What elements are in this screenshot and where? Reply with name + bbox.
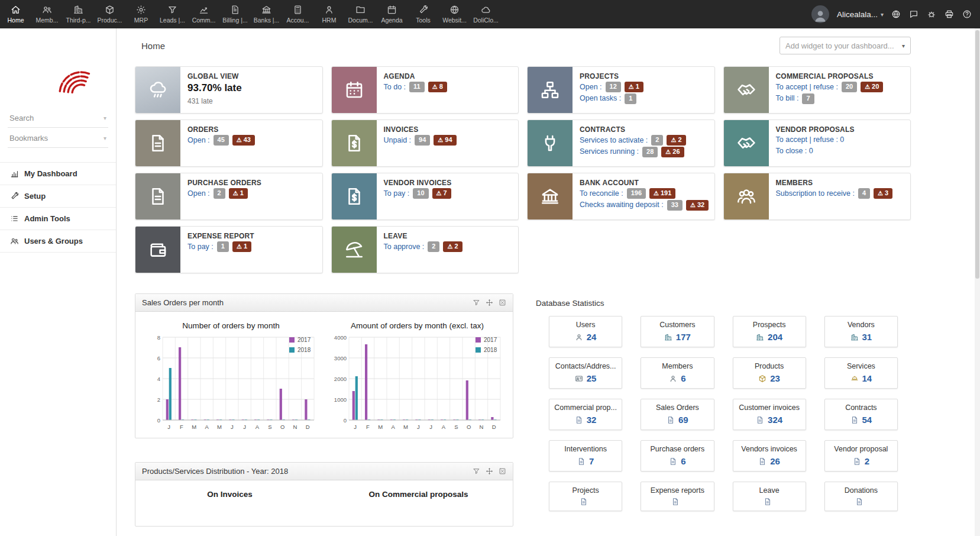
widget-commercial-proposals[interactable]: COMMERCIAL PROPOSALSTo accept | refuse :… (723, 66, 911, 114)
widget-line-text[interactable]: Services to activate : (580, 135, 648, 146)
topbar-item-home[interactable]: Home (0, 0, 31, 28)
widget-line-text[interactable]: To approve : (384, 242, 425, 252)
stat-customer-invoices[interactable]: Customer invoices324 (733, 399, 806, 430)
warning-badge[interactable]: ⚠20 (861, 82, 883, 92)
sidebar-item-setup[interactable]: Setup (0, 185, 116, 207)
stat-vendors[interactable]: Vendors31 (824, 316, 898, 347)
count-badge[interactable]: 7 (802, 93, 814, 104)
count-badge[interactable]: 2 (214, 188, 225, 199)
widget-line-text[interactable]: Services running : (580, 147, 639, 157)
stat-members[interactable]: Members6 (641, 357, 714, 389)
stat-sales-orders[interactable]: Sales Orders69 (641, 399, 714, 430)
topbar-item-accou[interactable]: Accou... (282, 0, 313, 28)
count-badge[interactable]: 4 (858, 188, 870, 199)
widget-line-text[interactable]: Open : (580, 82, 602, 92)
stat-leave[interactable]: Leave (733, 482, 806, 511)
topbar-item-hrm[interactable]: HRM (313, 0, 345, 28)
sidebar-item-my-dashboard[interactable]: My Dashboard (0, 162, 116, 185)
count-badge[interactable]: 12 (606, 82, 621, 92)
topbar-item-memb[interactable]: Memb... (31, 0, 63, 28)
sidebar-item-users-groups[interactable]: Users & Groups (0, 230, 116, 253)
widget-global-view[interactable]: GLOBAL VIEW93.70% late431 late (135, 66, 323, 114)
sidebar-item-admin-tools[interactable]: Admin Tools (0, 207, 116, 230)
topbar-item-banks[interactable]: Banks |... (251, 0, 282, 28)
warning-badge[interactable]: ⚠94 (434, 135, 456, 146)
count-badge[interactable]: 11 (409, 82, 425, 92)
widget-line-text[interactable]: To bill : (776, 93, 799, 104)
topbar-item-doliclo[interactable]: DoliClo... (470, 0, 502, 28)
topbar-item-mrp[interactable]: MRP (125, 0, 157, 28)
warning-badge[interactable]: ⚠1 (232, 241, 251, 252)
count-badge[interactable]: 45 (214, 135, 229, 146)
widget-leave[interactable]: LEAVETo approve :2⚠2 (331, 226, 519, 273)
warning-badge[interactable]: ⚠8 (428, 82, 447, 92)
widget-agenda[interactable]: AGENDATo do :11⚠8 (331, 66, 519, 114)
help-icon[interactable] (962, 9, 972, 19)
warning-badge[interactable]: ⚠26 (661, 147, 684, 157)
count-badge[interactable]: 33 (667, 200, 683, 211)
filter-icon[interactable] (473, 467, 480, 475)
stat-contracts[interactable]: Contracts54 (824, 399, 898, 430)
stat-users[interactable]: Users24 (549, 316, 622, 347)
widget-line-text[interactable]: Subscription to receive : (776, 189, 855, 199)
widget-line-text[interactable]: To pay : (187, 242, 214, 252)
topbar-item-produc[interactable]: Produc... (94, 0, 125, 28)
stat-vendor-proposal[interactable]: Vendor proposal2 (824, 440, 898, 472)
topbar-item-docum[interactable]: Docum... (345, 0, 376, 28)
widget-projects[interactable]: PROJECTSOpen :12⚠1Open tasks :1 (527, 66, 715, 114)
add-widget-select[interactable]: Add widget to your dashboard... ▾ (780, 37, 911, 54)
warning-badge[interactable]: ⚠32 (686, 200, 709, 211)
stat-expense-reports[interactable]: Expense reports (641, 482, 714, 511)
widget-line-text[interactable]: Unpaid : (384, 135, 412, 146)
count-badge[interactable]: 20 (842, 82, 857, 92)
widget-line-text[interactable]: Open : (187, 189, 210, 199)
widget-line-text[interactable]: To pay : (384, 189, 410, 199)
chat-icon[interactable] (909, 9, 918, 19)
stat-prospects[interactable]: Prospects204 (733, 316, 806, 347)
count-badge[interactable]: 2 (428, 241, 439, 252)
count-badge[interactable]: 1 (217, 241, 229, 252)
count-badge[interactable]: 10 (413, 188, 428, 199)
move-icon[interactable] (486, 299, 493, 306)
stat-projects[interactable]: Projects (549, 482, 622, 511)
filter-icon[interactable] (473, 299, 480, 306)
stat-interventions[interactable]: Interventions7 (549, 440, 622, 472)
stat-vendors-invoices[interactable]: Vendors invoices26 (733, 440, 806, 472)
warning-badge[interactable]: ⚠1 (625, 82, 643, 92)
count-badge[interactable]: 28 (642, 147, 658, 157)
widget-line-text[interactable]: Open tasks : (580, 93, 621, 104)
scrollbar[interactable] (975, 28, 980, 536)
stat-contacts-addres[interactable]: Contacts/Addres...25 (549, 357, 622, 389)
language-icon[interactable] (891, 9, 901, 19)
topbar-item-leads[interactable]: Leads |... (157, 0, 188, 28)
widget-line-text[interactable]: To close : 0 (776, 146, 813, 156)
widget-invoices[interactable]: INVOICESUnpaid :94⚠94 (331, 120, 519, 167)
close-icon[interactable] (499, 299, 506, 306)
topbar-item-billing[interactable]: Billing |... (219, 0, 251, 28)
print-icon[interactable] (945, 9, 954, 19)
search-dropdown[interactable]: Search ▾ (8, 108, 108, 128)
scrollbar-thumb[interactable] (975, 30, 979, 279)
widget-vendor-proposals[interactable]: VENDOR PROPOSALSTo accept | refuse : 0To… (723, 120, 911, 167)
count-badge[interactable]: 1 (625, 93, 636, 104)
warning-badge[interactable]: ⚠2 (443, 241, 462, 252)
move-icon[interactable] (486, 467, 493, 475)
widget-expense-report[interactable]: EXPENSE REPORTTo pay :1⚠1 (135, 226, 323, 273)
stat-services[interactable]: Services14 (824, 357, 898, 389)
user-menu[interactable]: Alicealala... ▾ (837, 10, 884, 19)
widget-purchase-orders[interactable]: PURCHASE ORDERSOpen :2⚠1 (135, 173, 323, 220)
stat-products[interactable]: Products23 (733, 357, 806, 389)
topbar-item-agenda[interactable]: Agenda (376, 0, 407, 28)
stat-purchase-orders[interactable]: Purchase orders6 (641, 440, 714, 472)
warning-badge[interactable]: ⚠43 (232, 135, 255, 146)
topbar-item-tools[interactable]: Tools (407, 0, 439, 28)
widget-vendor-invoices[interactable]: VENDOR INVOICESTo pay :10⚠7 (331, 173, 519, 220)
widget-line-text[interactable]: To reconcile : (580, 189, 623, 199)
close-icon[interactable] (499, 467, 506, 475)
topbar-item-websit[interactable]: Websit... (439, 0, 470, 28)
topbar-item-third-p[interactable]: Third-p... (63, 0, 94, 28)
widget-line-text[interactable]: To accept | refuse : 0 (776, 135, 845, 145)
widget-line-text[interactable]: Open : (187, 135, 210, 146)
widget-line-text[interactable]: Checks awaiting deposit : (580, 200, 664, 210)
stat-customers[interactable]: Customers177 (641, 316, 714, 347)
